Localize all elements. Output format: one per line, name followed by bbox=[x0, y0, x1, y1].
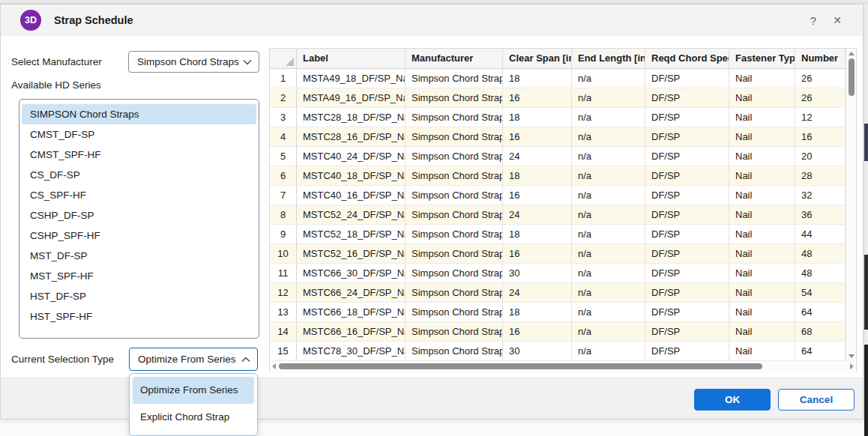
grid-cell[interactable]: 18 bbox=[503, 166, 572, 186]
grid-cell[interactable]: 18 bbox=[503, 303, 572, 322]
grid-cell[interactable]: DF/SP bbox=[645, 303, 729, 322]
column-header[interactable]: Clear Span [in] bbox=[503, 49, 572, 68]
grid-cell[interactable]: Simpson Chord Straps bbox=[406, 244, 503, 264]
grid-cell[interactable]: 16 bbox=[503, 88, 572, 108]
row-number[interactable]: 13 bbox=[270, 303, 297, 322]
grid-cell[interactable]: MSTC28_16_DF/SP_Nail bbox=[297, 127, 406, 147]
grid-cell[interactable]: 54 bbox=[795, 283, 846, 303]
grid-cell[interactable]: n/a bbox=[572, 147, 645, 166]
grid-cell[interactable]: Simpson Chord Straps bbox=[406, 303, 503, 322]
vertical-scrollbar[interactable] bbox=[846, 49, 856, 361]
close-button[interactable]: ✕ bbox=[825, 9, 849, 31]
column-header[interactable]: End Length [in] bbox=[572, 49, 645, 68]
scroll-up-arrow-icon[interactable] bbox=[849, 52, 855, 55]
series-list-item[interactable]: HST_DF-SP bbox=[22, 286, 256, 306]
grid-cell[interactable]: Simpson Chord Straps bbox=[406, 166, 503, 186]
grid-cell[interactable]: 64 bbox=[795, 342, 846, 361]
grid-cell[interactable]: 24 bbox=[503, 205, 572, 225]
grid-cell[interactable]: Simpson Chord Straps bbox=[406, 88, 503, 108]
grid-cell[interactable]: DF/SP bbox=[645, 244, 729, 264]
table-row[interactable]: 13MSTC66_18_DF/SP_NailSimpson Chord Stra… bbox=[270, 303, 856, 322]
column-header[interactable]: Number bbox=[795, 49, 846, 68]
series-list-item[interactable]: CMST_SPF-HF bbox=[22, 145, 256, 165]
table-row[interactable]: 6MSTC40_18_DF/SP_NailSimpson Chord Strap… bbox=[270, 166, 856, 186]
grid-cell[interactable]: DF/SP bbox=[645, 264, 729, 283]
table-row[interactable]: 11MSTC66_30_DF/SP_NailSimpson Chord Stra… bbox=[270, 264, 856, 283]
grid-cell[interactable]: Nail bbox=[729, 283, 795, 303]
grid-cell[interactable]: DF/SP bbox=[645, 88, 729, 108]
grid-cell[interactable]: 16 bbox=[503, 322, 572, 342]
dropdown-option[interactable]: Optimize From Series bbox=[133, 377, 254, 404]
grid-cell[interactable]: n/a bbox=[572, 244, 645, 264]
grid-cell[interactable]: Nail bbox=[729, 147, 795, 166]
grid-cell[interactable]: MSTC66_16_DF/SP_Nail bbox=[297, 322, 406, 342]
table-row[interactable]: 7MSTC40_16_DF/SP_NailSimpson Chord Strap… bbox=[270, 186, 856, 205]
column-header[interactable]: Manufacturer bbox=[406, 49, 503, 68]
grid-cell[interactable]: DF/SP bbox=[645, 186, 729, 205]
grid-cell[interactable]: n/a bbox=[572, 225, 645, 244]
grid-cell[interactable]: Simpson Chord Straps bbox=[406, 225, 503, 244]
grid-cell[interactable]: 32 bbox=[795, 186, 846, 205]
grid-cell[interactable]: 30 bbox=[503, 342, 572, 361]
ok-button[interactable]: OK bbox=[694, 389, 771, 411]
row-number[interactable]: 5 bbox=[270, 147, 297, 166]
series-list-item[interactable]: CSHP_DF-SP bbox=[22, 205, 256, 225]
grid-cell[interactable]: 28 bbox=[795, 166, 846, 186]
grid-cell[interactable]: Simpson Chord Straps bbox=[406, 69, 503, 88]
grid-cell[interactable]: Simpson Chord Straps bbox=[406, 283, 503, 303]
grid-cell[interactable]: Simpson Chord Straps bbox=[406, 205, 503, 225]
selection-type-combobox[interactable]: Optimize From Series bbox=[129, 348, 258, 371]
table-row[interactable]: 10MSTC52_16_DF/SP_NailSimpson Chord Stra… bbox=[270, 244, 856, 264]
grid-cell[interactable]: MSTC40_24_DF/SP_Nail bbox=[297, 147, 406, 166]
grid-cell[interactable]: n/a bbox=[572, 108, 645, 127]
table-row[interactable]: 4MSTC28_16_DF/SP_NailSimpson Chord Strap… bbox=[270, 127, 856, 147]
grid-cell[interactable]: DF/SP bbox=[645, 166, 729, 186]
series-list-item[interactable]: SIMPSON Chord Straps bbox=[22, 104, 256, 124]
grid-cell[interactable]: MSTC66_30_DF/SP_Nail bbox=[297, 264, 406, 283]
grid-cell[interactable]: Simpson Chord Straps bbox=[406, 127, 503, 147]
grid-cell[interactable]: DF/SP bbox=[645, 127, 729, 147]
grid-cell[interactable]: DF/SP bbox=[645, 225, 729, 244]
grid-cell[interactable]: n/a bbox=[572, 264, 645, 283]
grid-cell[interactable]: Simpson Chord Straps bbox=[406, 186, 503, 205]
table-row[interactable]: 3MSTC28_18_DF/SP_NailSimpson Chord Strap… bbox=[270, 108, 856, 127]
column-header[interactable]: Label bbox=[297, 49, 406, 68]
grid-cell[interactable]: MSTC28_18_DF/SP_Nail bbox=[297, 108, 406, 127]
grid-cell[interactable]: 68 bbox=[795, 322, 846, 342]
table-row[interactable]: 15MSTC78_30_DF/SP_NailSimpson Chord Stra… bbox=[270, 342, 856, 361]
grid-cell[interactable]: Nail bbox=[729, 225, 795, 244]
series-list-item[interactable]: CS_DF-SP bbox=[22, 165, 256, 185]
row-number[interactable]: 4 bbox=[270, 127, 297, 147]
grid-cell[interactable]: 48 bbox=[795, 264, 846, 283]
horizontal-scrollbar[interactable] bbox=[270, 361, 856, 372]
row-number[interactable]: 7 bbox=[270, 186, 297, 205]
grid-cell[interactable]: n/a bbox=[572, 127, 645, 147]
table-row[interactable]: 14MSTC66_16_DF/SP_NailSimpson Chord Stra… bbox=[270, 322, 856, 342]
scroll-left-arrow-icon[interactable] bbox=[272, 363, 276, 369]
grid-cell[interactable]: 16 bbox=[503, 244, 572, 264]
grid-cell[interactable]: 16 bbox=[503, 127, 572, 147]
grid-cell[interactable]: DF/SP bbox=[645, 69, 729, 88]
grid-cell[interactable]: 48 bbox=[795, 244, 846, 264]
grid-cell[interactable]: Nail bbox=[729, 108, 795, 127]
grid-cell[interactable]: 26 bbox=[795, 69, 846, 88]
grid-cell[interactable]: Simpson Chord Straps bbox=[406, 342, 503, 361]
grid-cell[interactable]: n/a bbox=[572, 283, 645, 303]
grid-cell[interactable]: 24 bbox=[503, 147, 572, 166]
grid-cell[interactable]: n/a bbox=[572, 186, 645, 205]
row-number[interactable]: 9 bbox=[270, 225, 297, 244]
grid-cell[interactable]: MSTC52_24_DF/SP_Nail bbox=[297, 205, 406, 225]
row-number[interactable]: 8 bbox=[270, 205, 297, 225]
row-number[interactable]: 15 bbox=[270, 342, 297, 361]
grid-cell[interactable]: 18 bbox=[503, 69, 572, 88]
grid-cell[interactable]: DF/SP bbox=[645, 108, 729, 127]
grid-cell[interactable]: MSTA49_16_DF/SP_Nail bbox=[297, 88, 406, 108]
row-number[interactable]: 11 bbox=[270, 264, 297, 283]
row-number[interactable]: 12 bbox=[270, 283, 297, 303]
grid-cell[interactable]: 12 bbox=[795, 108, 846, 127]
grid-cell[interactable]: DF/SP bbox=[645, 342, 729, 361]
grid-cell[interactable]: 44 bbox=[795, 225, 846, 244]
dropdown-option[interactable]: Explicit Chord Strap bbox=[133, 404, 254, 431]
series-list-item[interactable]: CSHP_SPF-HF bbox=[22, 225, 256, 246]
vertical-scrollbar-thumb[interactable] bbox=[849, 58, 855, 96]
